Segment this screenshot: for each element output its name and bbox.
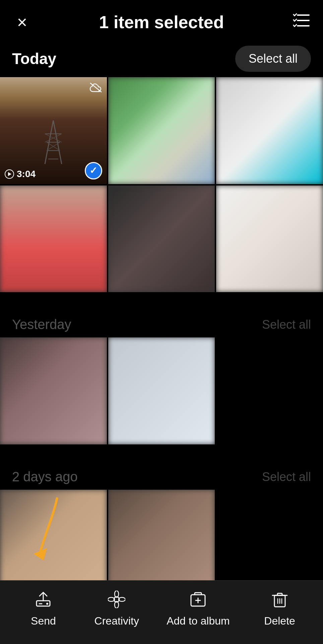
photo-cell-4[interactable] [0, 185, 107, 292]
section-2-label: Yesterday [12, 317, 71, 332]
send-icon [35, 591, 52, 611]
delete-button[interactable]: Delete [256, 591, 303, 627]
photo-cell-3[interactable] [216, 77, 323, 184]
section-3-right[interactable]: Select all [262, 470, 311, 484]
delete-icon [271, 591, 288, 611]
add-to-album-label: Add to album [167, 615, 230, 627]
photo-cell-7[interactable] [0, 337, 107, 444]
svg-point-18 [46, 603, 48, 605]
photo-cell-video-1[interactable]: 3:04 [0, 77, 107, 184]
section-today-label: Today [12, 50, 56, 68]
photo-cell-5[interactable] [108, 185, 215, 292]
cloud-off-icon [89, 82, 102, 96]
section-3-header: 2 days ago Select all [0, 466, 323, 490]
add-to-album-button[interactable]: Add to album [167, 591, 230, 627]
close-button[interactable]: × [12, 13, 32, 31]
select-all-button[interactable]: Select all [235, 46, 311, 72]
page-title: 1 item selected [32, 12, 291, 32]
photo-cell-6[interactable] [216, 185, 323, 292]
checklist-icon[interactable] [291, 13, 311, 32]
header: × 1 item selected [0, 0, 323, 39]
section-2-right[interactable]: Select all [262, 318, 311, 332]
creativity-label: Creativity [94, 615, 139, 627]
section-today-header: Today Select all [0, 39, 323, 77]
photo-cell-8[interactable] [108, 337, 215, 444]
photo-grid-today: 3:04 [0, 77, 323, 293]
add-album-icon [189, 591, 207, 611]
play-icon [5, 169, 14, 179]
photo-grid-yesterday [0, 337, 323, 446]
photo-cell-2[interactable] [108, 77, 215, 184]
section-3-label: 2 days ago [12, 469, 78, 484]
section-2-header: Yesterday Select all [0, 314, 323, 337]
delete-label: Delete [264, 615, 295, 627]
send-label: Send [31, 615, 56, 627]
creativity-icon [108, 591, 125, 611]
selected-check [85, 162, 102, 179]
section-gap-2 [0, 446, 323, 466]
video-duration: 3:04 [5, 169, 36, 179]
send-button[interactable]: Send [20, 591, 67, 627]
section-gap-1 [0, 293, 323, 314]
bottom-toolbar: Send Creativity Add to album [0, 580, 323, 644]
svg-line-13 [90, 83, 101, 92]
creativity-button[interactable]: Creativity [93, 591, 140, 627]
